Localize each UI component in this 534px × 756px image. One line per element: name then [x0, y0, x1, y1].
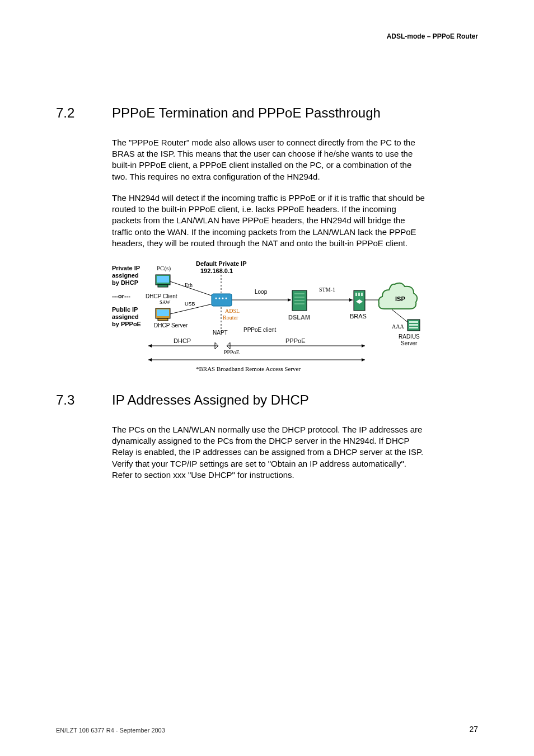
svg-rect-31: [409, 321, 418, 323]
svg-rect-5: [158, 318, 168, 321]
svg-rect-32: [409, 324, 418, 326]
svg-marker-39: [362, 344, 365, 348]
label-private-ip: Private IP: [112, 265, 140, 271]
label-by-pppoe: by PPPoE: [112, 321, 141, 327]
section-7-2-para-2: The HN294d will detect if the incoming t…: [112, 192, 425, 249]
label-bras: BRAS: [350, 313, 367, 320]
line-isp-aaa: [392, 309, 409, 323]
svg-point-14: [226, 298, 227, 299]
label-or: ---or---: [112, 293, 130, 299]
section-7-3-para-1: The PCs on the LAN/WLAN normally use the…: [112, 424, 425, 481]
label-dslam: DSLAM: [288, 314, 310, 321]
label-pppoe-small: PPPoE: [224, 349, 240, 355]
label-eth: Eth: [185, 282, 193, 288]
label-dhcp-client: DHCP Client: [146, 293, 177, 299]
adsl-router-icon: [212, 294, 232, 306]
label-default-ip: 192.168.0.1: [200, 267, 233, 274]
section-7-2-para-1: The "PPPoE Router" mode also allows user…: [112, 137, 425, 182]
svg-rect-26: [358, 293, 360, 296]
svg-marker-23: [349, 298, 353, 302]
label-assigned-2: assigned: [112, 313, 139, 320]
footer-doc-id: EN/LZT 108 6377 R4 - September 2003: [56, 727, 165, 734]
label-saw: SAW: [160, 299, 171, 305]
footer-page-number: 27: [469, 725, 478, 734]
svg-marker-42: [362, 358, 365, 361]
label-aaa: AAA: [392, 323, 404, 330]
section-7-2-number: 7.2: [56, 105, 112, 121]
arrow-router-dslam: [232, 298, 291, 302]
label-default-private-ip-title: Default Private IP: [196, 260, 246, 267]
aaa-server-icon: [407, 320, 420, 331]
label-dhcp-server: DHCP Server: [154, 322, 188, 328]
svg-marker-35: [148, 344, 152, 348]
section-7-3-number: 7.3: [56, 392, 112, 408]
svg-point-13: [222, 298, 224, 299]
svg-rect-1: [157, 276, 169, 283]
label-loop: Loop: [255, 289, 268, 295]
label-dhcp-flow: DHCP: [174, 337, 191, 344]
svg-rect-25: [355, 293, 357, 296]
label-by-dhcp: by DHCP: [112, 279, 138, 286]
svg-point-11: [216, 298, 217, 299]
pc-icon-top: [156, 275, 170, 287]
label-pppoe-client: PPPoE client: [243, 327, 277, 333]
dslam-icon: [292, 290, 307, 311]
label-usb: USB: [185, 301, 195, 307]
svg-marker-16: [288, 298, 291, 302]
label-adsl: ADSL: [225, 308, 240, 314]
label-isp: ISP: [395, 295, 405, 302]
svg-rect-4: [157, 309, 169, 316]
label-napt: NAPT: [213, 330, 228, 336]
svg-rect-10: [212, 294, 232, 306]
label-assigned-1: assigned: [112, 272, 139, 279]
label-public-ip: Public IP: [112, 306, 138, 313]
arrow-dslam-bras: [307, 298, 353, 302]
diagram-footnote: *BRAS Broadband Remote Access Server: [196, 365, 301, 372]
header-context: ADSL-mode – PPPoE Router: [387, 32, 478, 40]
svg-rect-27: [361, 293, 363, 296]
section-7-3-heading: 7.3 IP Addresses Assigned by DHCP: [56, 392, 478, 408]
network-diagram: Private IP assigned by DHCP ---or--- Pub…: [112, 259, 425, 377]
svg-point-12: [219, 298, 221, 299]
section-7-2-heading: 7.2 PPPoE Termination and PPPoE Passthro…: [56, 105, 478, 121]
svg-rect-33: [409, 327, 418, 328]
svg-rect-2: [158, 285, 168, 287]
pc-icon-bottom: [156, 308, 170, 321]
section-7-2-title: PPPoE Termination and PPPoE Passthrough: [112, 105, 381, 121]
label-stm1: STM-1: [319, 287, 335, 293]
label-radius: RADIUS: [399, 334, 420, 340]
label-router: Router: [223, 314, 238, 321]
label-pppoe-flow: PPPoE: [285, 337, 305, 344]
section-7-3-title: IP Addresses Assigned by DHCP: [112, 392, 309, 408]
bras-icon: [354, 290, 365, 311]
label-server: Server: [401, 340, 418, 346]
label-pcs: PC(s): [157, 265, 171, 272]
flow-end-to-end: [148, 358, 365, 361]
svg-marker-41: [148, 358, 152, 361]
